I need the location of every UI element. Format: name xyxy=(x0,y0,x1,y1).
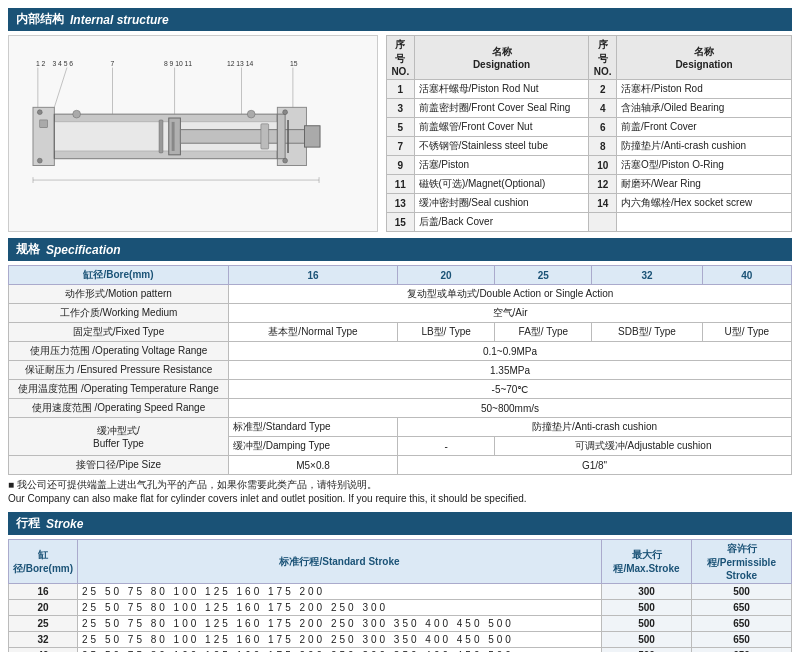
part-name-3: 前盖密封圈/Front Cover Seal Ring xyxy=(414,99,589,118)
parts-row-4: 9 活塞/Piston 10 活塞O型/Piston O-Ring xyxy=(387,156,792,175)
svg-text:3 4 5 6: 3 4 5 6 xyxy=(52,59,73,66)
part-name-13: 缓冲密封圈/Seal cushion xyxy=(414,194,589,213)
stroke-bore-32: 32 xyxy=(9,632,78,648)
svg-text:7: 7 xyxy=(111,59,115,66)
svg-point-33 xyxy=(37,109,42,114)
stroke-row-1: 20 25 50 75 80 100 125 160 175 200 250 3… xyxy=(9,600,792,616)
part-no-15: 15 xyxy=(387,213,415,232)
spec-value-speed: 50~800mm/s xyxy=(229,399,792,418)
parts-row-7: 15 后盖/Back Cover xyxy=(387,213,792,232)
cylinder-svg: 1 2 3 4 5 6 7 8 9 10 11 12 13 14 15 xyxy=(13,54,373,214)
svg-text:8 9 10 11: 8 9 10 11 xyxy=(164,59,192,66)
stroke-bore-16: 16 xyxy=(9,584,78,600)
parts-table: 序号NO. 名称Designation 序号NO. 名称Designation … xyxy=(386,35,792,232)
stroke-standard-header: 标准行程/Standard Stroke xyxy=(78,540,602,584)
internal-structure-header: 内部结构 Internal structure xyxy=(8,8,792,31)
parts-row-1: 3 前盖密封圈/Front Cover Seal Ring 4 含油轴承/Oil… xyxy=(387,99,792,118)
stroke-title-cn: 行程 xyxy=(16,515,40,532)
spec-label-fixed: 固定型式/Fixed Type xyxy=(9,323,229,342)
spec-note-cn: 我公司还可提供端盖上进出气孔为平的产品，如果你需要此类产品，请特别说明。 xyxy=(17,479,377,490)
part-no2- xyxy=(589,213,617,232)
cylinder-diagram: 1 2 3 4 5 6 7 8 9 10 11 12 13 14 15 xyxy=(8,35,378,232)
spec-row-pipe: 接管口径/Pipe Size M5×0.8 G1/8" xyxy=(9,456,792,475)
specification-section: 规格 Specification 缸径/Bore(mm) 16 20 25 32… xyxy=(8,238,792,506)
spec-bore-16: 16 xyxy=(229,266,398,285)
svg-rect-7 xyxy=(33,107,54,165)
stroke-strokes-32: 25 50 75 80 100 125 160 175 200 250 300 … xyxy=(78,632,602,648)
spec-note-bullet: ■ xyxy=(8,479,14,490)
spec-label-voltage: 使用压力范围 /Operating Voltage Range xyxy=(9,342,229,361)
stroke-perm-40: 650 xyxy=(692,648,792,653)
stroke-bore-40: 40 xyxy=(9,648,78,653)
part-name-9: 活塞/Piston xyxy=(414,156,589,175)
stroke-bore-header: 缸径/Bore(mm) xyxy=(9,540,78,584)
stroke-perm-32: 650 xyxy=(692,632,792,648)
spec-row-speed: 使用速度范围 /Operating Speed Range 50~800mm/s xyxy=(9,399,792,418)
spec-fixed-40: U型/ Type xyxy=(702,323,791,342)
spec-note: ■ 我公司还可提供端盖上进出气孔为平的产品，如果你需要此类产品，请特别说明。 O… xyxy=(8,478,792,506)
stroke-perm-16: 500 xyxy=(692,584,792,600)
svg-text:12 13 14: 12 13 14 xyxy=(227,59,254,66)
svg-rect-27 xyxy=(159,119,163,152)
spec-label-buffer: 缓冲型式/Buffer Type xyxy=(9,418,229,456)
spec-row-voltage: 使用压力范围 /Operating Voltage Range 0.1~0.9M… xyxy=(9,342,792,361)
spec-pipe-rest: G1/8" xyxy=(398,456,792,475)
part-name2-12: 耐磨环/Wear Ring xyxy=(617,175,792,194)
stroke-table: 缸径/Bore(mm) 标准行程/Standard Stroke 最大行程/Ma… xyxy=(8,539,792,652)
part-name2- xyxy=(617,213,792,232)
spec-value-voltage: 0.1~0.9MPa xyxy=(229,342,792,361)
spec-value-motion: 复动型或单动式/Double Action or Single Action xyxy=(229,285,792,304)
stroke-row-0: 16 25 50 75 80 100 125 160 175 200 300 5… xyxy=(9,584,792,600)
internal-structure-title-cn: 内部结构 xyxy=(16,11,64,28)
stroke-max-32: 500 xyxy=(602,632,692,648)
spec-value-pressure: 1.35MPa xyxy=(229,361,792,380)
spec-value-medium: 空气/Air xyxy=(229,304,792,323)
parts-row-0: 1 活塞杆螺母/Piston Rod Nut 2 活塞杆/Piston Rod xyxy=(387,80,792,99)
parts-table-wrap: 序号NO. 名称Designation 序号NO. 名称Designation … xyxy=(386,35,792,232)
part-name2-2: 活塞杆/Piston Rod xyxy=(617,80,792,99)
part-no-11: 11 xyxy=(387,175,415,194)
stroke-perm-25: 650 xyxy=(692,616,792,632)
part-name-1: 活塞杆螺母/Piston Rod Nut xyxy=(414,80,589,99)
stroke-bore-20: 20 xyxy=(9,600,78,616)
spec-pipe-16: M5×0.8 xyxy=(229,456,398,475)
stroke-header: 行程 Stroke xyxy=(8,512,792,535)
part-name-11: 磁铁(可选)/Magnet(Optional) xyxy=(414,175,589,194)
svg-text:1 2: 1 2 xyxy=(36,59,46,66)
spec-buffer-std-value: 防撞垫片/Anti-crash cushion xyxy=(398,418,792,437)
part-no-9: 9 xyxy=(387,156,415,175)
part-no2-14: 14 xyxy=(589,194,617,213)
spec-fixed-16: 基本型/Normal Type xyxy=(229,323,398,342)
part-no2-4: 4 xyxy=(589,99,617,118)
part-name2-14: 内六角螺栓/Hex socket screw xyxy=(617,194,792,213)
spec-fixed-32: SDB型/ Type xyxy=(592,323,702,342)
parts-header-name2: 名称Designation xyxy=(617,36,792,80)
spec-table: 缸径/Bore(mm) 16 20 25 32 40 动作形式/Motion p… xyxy=(8,265,792,475)
part-name-7: 不锈钢管/Stainless steel tube xyxy=(414,137,589,156)
stroke-title-en: Stroke xyxy=(46,517,83,531)
svg-point-34 xyxy=(37,158,42,163)
spec-label-medium: 工作介质/Working Medium xyxy=(9,304,229,323)
part-no-1: 1 xyxy=(387,80,415,99)
spec-bore-25: 25 xyxy=(495,266,592,285)
spec-row-fixed: 固定型式/Fixed Type 基本型/Normal Type LB型/ Typ… xyxy=(9,323,792,342)
spec-row-motion: 动作形式/Motion pattern 复动型或单动式/Double Actio… xyxy=(9,285,792,304)
parts-row-6: 13 缓冲密封圈/Seal cushion 14 内六角螺栓/Hex socke… xyxy=(387,194,792,213)
stroke-perm-header: 容许行程/Permissible Stroke xyxy=(692,540,792,584)
stroke-row-3: 32 25 50 75 80 100 125 160 175 200 250 3… xyxy=(9,632,792,648)
part-name2-8: 防撞垫片/Anti-crash cushion xyxy=(617,137,792,156)
svg-point-19 xyxy=(73,110,81,118)
spec-buffer-std-label: 标准型/Standard Type xyxy=(229,418,398,437)
svg-point-20 xyxy=(247,110,255,118)
parts-row-3: 7 不锈钢管/Stainless steel tube 8 防撞垫片/Anti-… xyxy=(387,137,792,156)
spec-label-pressure: 保证耐压力 /Ensured Pressure Resistance xyxy=(9,361,229,380)
internal-structure-section: 内部结构 Internal structure 1 2 3 4 5 6 7 8 … xyxy=(8,8,792,232)
part-name-5: 前盖螺管/Front Cover Nut xyxy=(414,118,589,137)
stroke-strokes-40: 25 50 75 80 100 125 160 175 200 250 300 … xyxy=(78,648,602,653)
stroke-strokes-20: 25 50 75 80 100 125 160 175 200 250 300 xyxy=(78,600,602,616)
part-no2-10: 10 xyxy=(589,156,617,175)
specification-header: 规格 Specification xyxy=(8,238,792,261)
parts-header-name1: 名称Designation xyxy=(414,36,589,80)
spec-fixed-25: FA型/ Type xyxy=(495,323,592,342)
svg-point-31 xyxy=(283,109,288,114)
